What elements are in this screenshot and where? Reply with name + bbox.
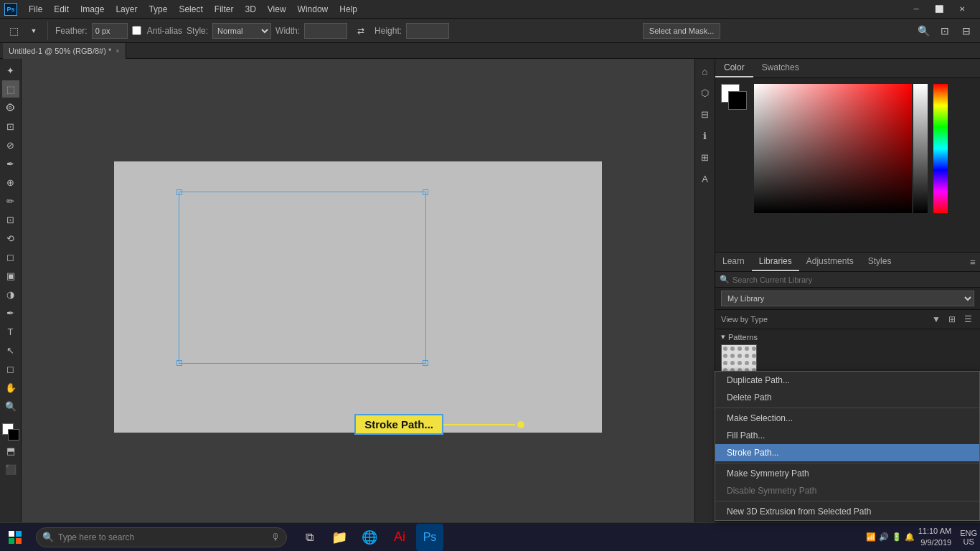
move-tool-btn[interactable]: ✦ (2, 62, 19, 79)
burn-btn[interactable]: ◑ (2, 286, 19, 303)
panel-icon-home[interactable]: ⌂ (696, 62, 715, 80)
grid-view-btn[interactable]: ⊞ (946, 313, 958, 326)
ctx-disable-symmetry[interactable]: Disable Symmetry Path (715, 482, 979, 499)
marquee-tool-btn2[interactable]: ⬚ (2, 80, 19, 98)
handle-bl[interactable] (176, 360, 182, 366)
explorer-btn[interactable]: 📁 (326, 524, 353, 551)
menu-filter[interactable]: Filter (209, 3, 240, 16)
screen-mode-btn[interactable]: ⬛ (2, 461, 19, 478)
menu-type[interactable]: Type (143, 3, 173, 16)
anti-alias-checkbox[interactable] (132, 26, 141, 35)
menu-view[interactable]: View (262, 3, 292, 16)
crop-tool-btn[interactable]: ⊘ (2, 136, 19, 154)
arrange-btn[interactable]: ⊟ (957, 22, 976, 40)
ps-taskbar-btn[interactable]: Ps (416, 524, 443, 551)
style-select[interactable]: Normal Fixed Ratio Fixed Size (212, 23, 271, 39)
select-mask-btn[interactable]: Select and Mask... (643, 23, 721, 39)
menu-edit[interactable]: Edit (48, 3, 75, 16)
ctx-duplicate-path[interactable]: Duplicate Path... (715, 372, 979, 389)
view-chevron-btn[interactable]: ▼ (930, 313, 943, 326)
start-btn[interactable] (0, 523, 30, 552)
handle-br[interactable] (423, 360, 428, 366)
swap-wh-btn[interactable]: ⇄ (352, 22, 370, 40)
menu-layer[interactable]: Layer (110, 3, 143, 16)
lib-menu-btn[interactable]: ≡ (966, 255, 980, 269)
panel-icon-cc[interactable]: ⊞ (696, 148, 715, 166)
library-select[interactable]: My Library (721, 291, 974, 306)
ctx-make-selection[interactable]: Make Selection... (715, 410, 979, 427)
battery-icon[interactable]: 🔋 (891, 532, 903, 543)
close-btn[interactable]: ✕ (953, 0, 971, 19)
menu-help[interactable]: Help (334, 3, 363, 16)
quick-select-btn[interactable]: ⊡ (2, 118, 19, 135)
tab-styles[interactable]: Styles (861, 253, 899, 271)
history-btn[interactable]: ⟲ (2, 230, 19, 247)
panel-icon-layers[interactable]: ⊟ (696, 105, 715, 123)
zoom-btn[interactable]: 🔍 (2, 397, 19, 415)
ctx-delete-path[interactable]: Delete Path (715, 389, 979, 406)
taskbar-search-bar[interactable]: 🔍 Type here to search 🎙 (36, 527, 287, 547)
eyedropper-btn[interactable]: ✒ (2, 155, 19, 172)
lang-display: ENG (960, 529, 977, 537)
ctx-stroke-path[interactable]: Stroke Path... (715, 444, 979, 461)
notification-icon[interactable]: 🔔 (904, 532, 915, 543)
tab-adjustments[interactable]: Adjustments (799, 253, 861, 271)
tab-libraries[interactable]: Libraries (752, 253, 799, 271)
clone-btn[interactable]: ⊡ (2, 211, 19, 228)
restore-btn[interactable]: ⬜ (930, 0, 948, 19)
tab-close-btn[interactable]: × (116, 47, 119, 55)
list-view-btn[interactable]: ☰ (961, 313, 974, 326)
bg-color-swatch[interactable] (8, 429, 19, 441)
type-btn[interactable]: T (2, 323, 19, 340)
marquee-options-btn[interactable]: ▼ (24, 22, 43, 40)
panel-right-icons: ⌂ ⬡ ⊟ ℹ ⊞ A (694, 59, 715, 535)
handle-tl[interactable] (176, 189, 182, 195)
menu-image[interactable]: Image (75, 3, 110, 16)
menu-3d[interactable]: 3D (239, 3, 261, 16)
bg-swatch[interactable] (728, 91, 747, 110)
alpha-slider[interactable] (913, 84, 928, 213)
document-tab[interactable]: Untitled-1 @ 50% (RGB/8#) * × (3, 43, 126, 59)
feather-input[interactable] (92, 23, 128, 39)
wifi-icon[interactable]: 📶 (865, 532, 877, 543)
lasso-tool-btn[interactable]: ⭗ (2, 99, 19, 116)
width-input[interactable] (304, 23, 347, 39)
tab-learn[interactable]: Learn (715, 253, 752, 271)
lib-search-input[interactable] (732, 276, 976, 284)
menu-file[interactable]: File (23, 3, 48, 16)
panel-icon-properties[interactable]: ⬡ (696, 83, 715, 102)
patterns-header[interactable]: ▾ Patterns (721, 332, 974, 342)
menu-window[interactable]: Window (292, 3, 334, 16)
panel-icon-font[interactable]: A (696, 169, 715, 188)
volume-icon[interactable]: 🔊 (878, 532, 890, 543)
panel-icon-info[interactable]: ℹ (696, 126, 715, 145)
pen-btn[interactable]: ✒ (2, 304, 19, 321)
context-menu: Duplicate Path... Delete Path Make Selec… (715, 371, 980, 521)
height-input[interactable] (406, 23, 449, 39)
ctx-fill-path[interactable]: Fill Path... (715, 427, 979, 444)
taskview-btn[interactable]: ⧉ (296, 524, 323, 551)
eraser-btn[interactable]: ◻ (2, 248, 19, 265)
tab-color[interactable]: Color (715, 59, 753, 77)
brush-btn[interactable]: ✏ (2, 192, 19, 209)
tab-swatches[interactable]: Swatches (753, 59, 808, 77)
minimize-btn[interactable]: ─ (907, 0, 925, 19)
menu-select[interactable]: Select (173, 3, 208, 16)
chrome-btn[interactable]: 🌐 (356, 524, 383, 551)
shape-btn[interactable]: ◻ (2, 360, 19, 377)
path-select-btn[interactable]: ↖ (2, 342, 19, 359)
quick-mask-btn[interactable]: ⬒ (2, 442, 19, 459)
workspace-btn[interactable]: ⊡ (936, 22, 954, 40)
tab-bar: Untitled-1 @ 50% (RGB/8#) * × (0, 43, 980, 59)
adobe-btn[interactable]: Ai (386, 524, 413, 551)
healing-btn[interactable]: ⊕ (2, 174, 19, 191)
gradient-btn[interactable]: ▣ (2, 267, 19, 284)
hue-slider[interactable] (933, 84, 948, 213)
handle-tr[interactable] (423, 189, 428, 195)
hand-btn[interactable]: ✋ (2, 379, 19, 396)
marquee-tool-btn[interactable]: ⬚ (4, 22, 23, 40)
ctx-3d-extrusion[interactable]: New 3D Extrusion from Selected Path (715, 503, 979, 520)
search-btn[interactable]: 🔍 (914, 22, 933, 40)
color-picker[interactable] (754, 84, 948, 227)
ctx-make-symmetry[interactable]: Make Symmetry Path (715, 465, 979, 482)
